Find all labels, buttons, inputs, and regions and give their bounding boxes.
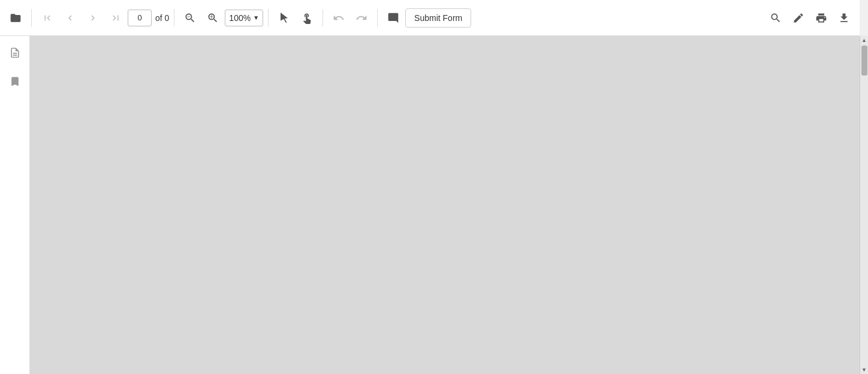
scroll-track[interactable] xyxy=(860,44,869,366)
toolbar: of 0 100% ▼ xyxy=(0,0,860,36)
zoom-value: 100% xyxy=(229,13,251,23)
bookmarks-panel-button[interactable] xyxy=(4,71,26,92)
zoom-dropdown[interactable]: 100% ▼ xyxy=(225,10,263,26)
search-button[interactable] xyxy=(765,7,786,29)
zoom-out-button[interactable] xyxy=(179,7,201,29)
submit-form-button[interactable]: Submit Form xyxy=(405,8,471,28)
chevron-down-icon: ▼ xyxy=(253,14,259,21)
open-file-button[interactable] xyxy=(5,7,26,29)
submit-form-label: Submit Form xyxy=(414,13,462,23)
divider-2 xyxy=(174,9,174,27)
scroll-thumb[interactable] xyxy=(861,46,867,76)
pdf-canvas xyxy=(30,36,860,374)
last-page-button[interactable] xyxy=(105,7,126,29)
divider-1 xyxy=(31,9,32,27)
prev-page-button[interactable] xyxy=(59,7,81,29)
divider-5 xyxy=(377,9,378,27)
content-area: ▲ ▼ xyxy=(0,36,868,374)
scroll-down-arrow[interactable]: ▼ xyxy=(860,366,869,374)
right-scrollbar: ▲ ▼ xyxy=(860,36,868,374)
download-button[interactable] xyxy=(833,7,855,29)
print-button[interactable] xyxy=(810,7,832,29)
hand-tool-button[interactable] xyxy=(296,7,318,29)
zoom-in-button[interactable] xyxy=(202,7,224,29)
page-number-input[interactable] xyxy=(128,10,152,26)
pages-panel-button[interactable] xyxy=(4,42,26,64)
page-count-label: of 0 xyxy=(155,13,169,23)
cursor-tool-button[interactable] xyxy=(273,7,295,29)
divider-3 xyxy=(268,9,269,27)
comment-button[interactable] xyxy=(382,7,404,29)
divider-4 xyxy=(323,9,323,27)
edit-button[interactable] xyxy=(788,7,809,29)
left-sidebar xyxy=(0,36,30,374)
next-page-button[interactable] xyxy=(82,7,104,29)
redo-button[interactable] xyxy=(351,7,372,29)
first-page-button[interactable] xyxy=(37,7,58,29)
scroll-up-arrow[interactable]: ▲ xyxy=(860,36,869,44)
app-container: of 0 100% ▼ xyxy=(0,0,868,374)
undo-button[interactable] xyxy=(328,7,349,29)
